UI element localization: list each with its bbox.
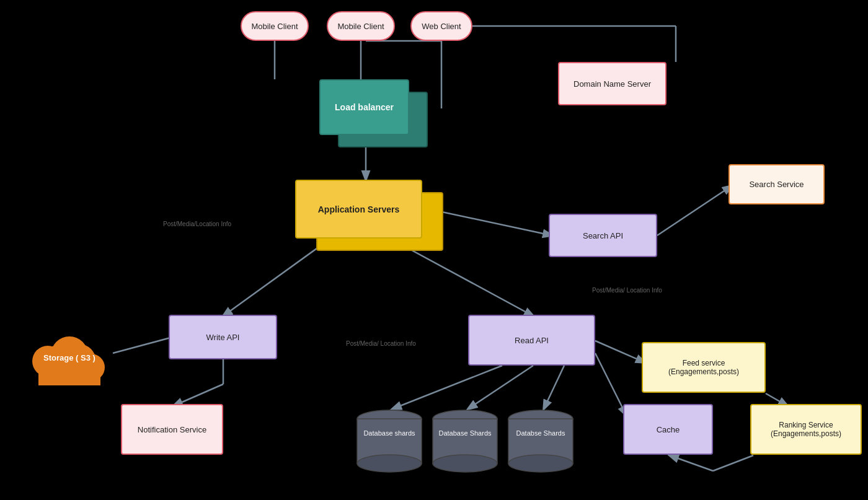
db-shard-3-node: Databse Shards — [506, 408, 575, 475]
load-balancer-node: Load balancer — [319, 79, 409, 135]
svg-line-18 — [595, 353, 626, 415]
app-servers-node: Application Servers — [295, 180, 422, 239]
load-balancer-label: Load balancer — [335, 102, 394, 112]
annotation-3: Post/Media/ Location Info — [592, 286, 662, 294]
web-client-label: Web Client — [422, 22, 461, 31]
web-client-node: Web Client — [410, 11, 472, 41]
mobile-client-1-label: Mobile Client — [251, 22, 298, 31]
feed-service-label: Feed service (Engagements,posts) — [668, 359, 739, 376]
read-api-label: Read API — [515, 336, 549, 345]
architecture-diagram: Mobile Client Mobile Client Web Client L… — [0, 0, 868, 500]
storage-s3-node: Storage ( S3 ) — [26, 319, 113, 393]
db-shard-1-label: Database shards — [355, 429, 424, 437]
svg-rect-36 — [38, 364, 100, 385]
mobile-client-2-node: Mobile Client — [327, 11, 395, 41]
dns-label: Domain Name Server — [574, 79, 651, 89]
svg-line-17 — [595, 341, 645, 362]
notification-service-node: Notification Service — [121, 404, 223, 455]
svg-point-24 — [357, 455, 422, 472]
search-service-label: Search Service — [749, 180, 804, 189]
search-api-label: Search API — [583, 231, 623, 240]
app-servers-label: Application Servers — [318, 204, 400, 214]
annotation-2: Post/Media/ Location Info — [346, 340, 416, 348]
notification-service-label: Notification Service — [138, 425, 206, 434]
feed-service-node: Feed service (Engagements,posts) — [642, 342, 766, 393]
cache-label: Cache — [657, 425, 680, 434]
svg-line-15 — [468, 366, 533, 409]
db-shard-2-label: Database Shards — [430, 429, 500, 437]
svg-line-20 — [713, 455, 753, 471]
cache-node: Cache — [623, 404, 713, 455]
svg-point-30 — [508, 455, 573, 472]
svg-line-14 — [392, 366, 502, 409]
svg-line-16 — [544, 366, 564, 409]
svg-line-21 — [670, 455, 713, 471]
write-api-node: Write API — [169, 315, 277, 359]
svg-line-8 — [657, 186, 732, 235]
svg-line-13 — [174, 384, 223, 406]
read-api-node: Read API — [468, 315, 595, 366]
ranking-service-node: Ranking Service (Engagements,posts) — [750, 404, 862, 455]
search-service-node: Search Service — [728, 164, 825, 204]
annotation-1: Post/Media/Location Info — [163, 220, 231, 228]
svg-point-27 — [433, 455, 497, 472]
db-shard-3-label: Databse Shards — [506, 429, 575, 437]
storage-s3-label: Storage ( S3 ) — [26, 353, 113, 362]
db-shard-1-node: Database shards — [355, 408, 424, 475]
mobile-client-2-label: Mobile Client — [337, 22, 384, 31]
ranking-service-label: Ranking Service (Engagements,posts) — [771, 421, 841, 438]
dns-node: Domain Name Server — [558, 62, 666, 105]
svg-line-11 — [113, 338, 170, 353]
mobile-client-1-node: Mobile Client — [241, 11, 309, 41]
write-api-label: Write API — [206, 333, 240, 342]
db-shard-2-node: Database Shards — [430, 408, 500, 475]
search-api-node: Search API — [549, 214, 657, 257]
